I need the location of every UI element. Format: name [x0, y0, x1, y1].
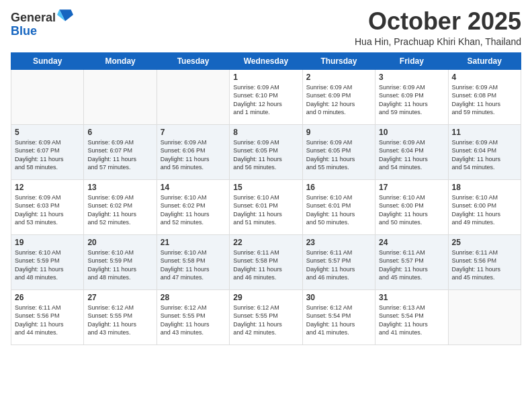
table-row: 19Sunrise: 6:10 AM Sunset: 5:59 PM Dayli… [11, 234, 84, 289]
table-row [448, 289, 521, 345]
day-number: 2 [306, 73, 371, 82]
day-info: Sunrise: 6:11 AM Sunset: 5:57 PM Dayligh… [379, 248, 444, 282]
day-info: Sunrise: 6:09 AM Sunset: 6:05 PM Dayligh… [233, 138, 298, 172]
day-info: Sunrise: 6:12 AM Sunset: 5:54 PM Dayligh… [306, 304, 371, 337]
col-tuesday: Tuesday [157, 52, 229, 69]
table-row: 31Sunrise: 6:13 AM Sunset: 5:54 PM Dayli… [375, 289, 448, 345]
calendar-week-row: 19Sunrise: 6:10 AM Sunset: 5:59 PM Dayli… [11, 234, 521, 289]
day-info: Sunrise: 6:13 AM Sunset: 5:54 PM Dayligh… [379, 304, 444, 337]
calendar-header-row: Sunday Monday Tuesday Wednesday Thursday… [11, 52, 521, 69]
day-info: Sunrise: 6:09 AM Sunset: 6:09 PM Dayligh… [306, 83, 371, 117]
table-row: 7Sunrise: 6:09 AM Sunset: 6:06 PM Daylig… [157, 124, 229, 179]
table-row [11, 69, 84, 124]
day-number: 27 [87, 293, 152, 302]
table-row: 5Sunrise: 6:09 AM Sunset: 6:07 PM Daylig… [11, 124, 84, 179]
day-info: Sunrise: 6:09 AM Sunset: 6:04 PM Dayligh… [452, 138, 517, 172]
table-row: 22Sunrise: 6:11 AM Sunset: 5:58 PM Dayli… [230, 234, 302, 289]
table-row: 10Sunrise: 6:09 AM Sunset: 6:04 PM Dayli… [375, 124, 448, 179]
table-row: 1Sunrise: 6:09 AM Sunset: 6:10 PM Daylig… [230, 69, 302, 124]
day-number: 7 [161, 128, 226, 137]
day-info: Sunrise: 6:10 AM Sunset: 6:02 PM Dayligh… [161, 193, 226, 227]
header: General Blue October 2025 Hua Hin, Prach… [11, 8, 521, 47]
title-block: October 2025 Hua Hin, Prachuap Khiri Kha… [355, 8, 521, 47]
col-wednesday: Wednesday [230, 52, 302, 69]
day-number: 5 [15, 128, 80, 137]
table-row: 6Sunrise: 6:09 AM Sunset: 6:07 PM Daylig… [84, 124, 157, 179]
day-number: 15 [233, 183, 298, 192]
day-number: 21 [161, 238, 226, 247]
table-row: 9Sunrise: 6:09 AM Sunset: 6:05 PM Daylig… [302, 124, 375, 179]
day-info: Sunrise: 6:10 AM Sunset: 6:01 PM Dayligh… [306, 193, 371, 227]
table-row: 29Sunrise: 6:12 AM Sunset: 5:55 PM Dayli… [230, 289, 302, 345]
day-info: Sunrise: 6:09 AM Sunset: 6:05 PM Dayligh… [306, 138, 371, 172]
day-info: Sunrise: 6:10 AM Sunset: 6:01 PM Dayligh… [233, 193, 298, 227]
table-row: 17Sunrise: 6:10 AM Sunset: 6:00 PM Dayli… [375, 179, 448, 234]
table-row: 14Sunrise: 6:10 AM Sunset: 6:02 PM Dayli… [157, 179, 229, 234]
day-info: Sunrise: 6:10 AM Sunset: 6:00 PM Dayligh… [452, 193, 517, 227]
table-row: 2Sunrise: 6:09 AM Sunset: 6:09 PM Daylig… [302, 69, 375, 124]
table-row: 21Sunrise: 6:10 AM Sunset: 5:58 PM Dayli… [157, 234, 229, 289]
day-number: 24 [379, 238, 444, 247]
calendar-table: Sunday Monday Tuesday Wednesday Thursday… [11, 52, 521, 345]
table-row: 24Sunrise: 6:11 AM Sunset: 5:57 PM Dayli… [375, 234, 448, 289]
day-number: 18 [452, 183, 517, 192]
day-number: 4 [452, 73, 517, 82]
day-number: 10 [379, 128, 444, 137]
day-number: 8 [233, 128, 298, 137]
table-row: 16Sunrise: 6:10 AM Sunset: 6:01 PM Dayli… [302, 179, 375, 234]
logo-icon [57, 8, 73, 21]
day-number: 12 [15, 183, 80, 192]
month-title: October 2025 [355, 8, 521, 35]
table-row: 20Sunrise: 6:10 AM Sunset: 5:59 PM Dayli… [84, 234, 157, 289]
table-row: 11Sunrise: 6:09 AM Sunset: 6:04 PM Dayli… [448, 124, 521, 179]
day-info: Sunrise: 6:09 AM Sunset: 6:09 PM Dayligh… [379, 83, 444, 117]
col-thursday: Thursday [302, 52, 375, 69]
table-row: 27Sunrise: 6:12 AM Sunset: 5:55 PM Dayli… [84, 289, 157, 345]
day-number: 1 [233, 73, 298, 82]
col-sunday: Sunday [11, 52, 84, 69]
day-number: 19 [15, 238, 80, 247]
day-info: Sunrise: 6:09 AM Sunset: 6:02 PM Dayligh… [87, 193, 152, 227]
day-number: 13 [87, 183, 152, 192]
day-info: Sunrise: 6:10 AM Sunset: 6:00 PM Dayligh… [379, 193, 444, 227]
day-info: Sunrise: 6:11 AM Sunset: 5:56 PM Dayligh… [15, 304, 80, 337]
logo-blue-text: Blue [11, 24, 37, 38]
day-info: Sunrise: 6:09 AM Sunset: 6:03 PM Dayligh… [15, 193, 80, 227]
day-number: 30 [306, 293, 371, 302]
col-friday: Friday [375, 52, 448, 69]
calendar-week-row: 12Sunrise: 6:09 AM Sunset: 6:03 PM Dayli… [11, 179, 521, 234]
day-info: Sunrise: 6:11 AM Sunset: 5:57 PM Dayligh… [306, 248, 371, 282]
logo: General Blue [11, 8, 73, 38]
table-row: 28Sunrise: 6:12 AM Sunset: 5:55 PM Dayli… [157, 289, 229, 345]
day-number: 9 [306, 128, 371, 137]
day-number: 28 [161, 293, 226, 302]
day-number: 17 [379, 183, 444, 192]
table-row: 25Sunrise: 6:11 AM Sunset: 5:56 PM Dayli… [448, 234, 521, 289]
table-row: 4Sunrise: 6:09 AM Sunset: 6:08 PM Daylig… [448, 69, 521, 124]
day-number: 6 [87, 128, 152, 137]
day-info: Sunrise: 6:09 AM Sunset: 6:04 PM Dayligh… [379, 138, 444, 172]
day-info: Sunrise: 6:12 AM Sunset: 5:55 PM Dayligh… [161, 304, 226, 337]
table-row: 15Sunrise: 6:10 AM Sunset: 6:01 PM Dayli… [230, 179, 302, 234]
day-info: Sunrise: 6:10 AM Sunset: 5:59 PM Dayligh… [87, 248, 152, 282]
day-number: 20 [87, 238, 152, 247]
day-info: Sunrise: 6:09 AM Sunset: 6:08 PM Dayligh… [452, 83, 517, 117]
day-info: Sunrise: 6:12 AM Sunset: 5:55 PM Dayligh… [233, 304, 298, 337]
location: Hua Hin, Prachuap Khiri Khan, Thailand [355, 36, 521, 47]
day-number: 26 [15, 293, 80, 302]
day-number: 16 [306, 183, 371, 192]
day-number: 11 [452, 128, 517, 137]
day-number: 31 [379, 293, 444, 302]
col-saturday: Saturday [448, 52, 521, 69]
table-row: 26Sunrise: 6:11 AM Sunset: 5:56 PM Dayli… [11, 289, 84, 345]
day-info: Sunrise: 6:10 AM Sunset: 5:59 PM Dayligh… [15, 248, 80, 282]
table-row: 13Sunrise: 6:09 AM Sunset: 6:02 PM Dayli… [84, 179, 157, 234]
day-info: Sunrise: 6:09 AM Sunset: 6:06 PM Dayligh… [161, 138, 226, 172]
table-row: 23Sunrise: 6:11 AM Sunset: 5:57 PM Dayli… [302, 234, 375, 289]
table-row [84, 69, 157, 124]
day-info: Sunrise: 6:09 AM Sunset: 6:10 PM Dayligh… [233, 83, 298, 117]
calendar-week-row: 26Sunrise: 6:11 AM Sunset: 5:56 PM Dayli… [11, 289, 521, 345]
day-info: Sunrise: 6:10 AM Sunset: 5:58 PM Dayligh… [161, 248, 226, 282]
day-info: Sunrise: 6:11 AM Sunset: 5:56 PM Dayligh… [452, 248, 517, 282]
table-row: 30Sunrise: 6:12 AM Sunset: 5:54 PM Dayli… [302, 289, 375, 345]
